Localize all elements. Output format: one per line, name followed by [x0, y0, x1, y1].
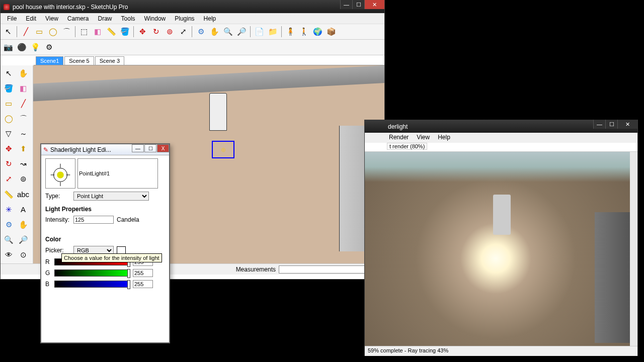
g-label: G	[45, 269, 51, 277]
zoom2-icon[interactable]: 🔍	[2, 233, 16, 247]
eraser-icon[interactable]: ◧	[91, 25, 104, 38]
render-window: derlight — ☐ ✕ Render View Help t render…	[364, 120, 638, 356]
render-minimize[interactable]: —	[593, 120, 605, 129]
push-icon[interactable]: ⬆	[16, 142, 30, 156]
axes-icon[interactable]: ✳	[2, 203, 16, 217]
tape-icon[interactable]: 📏	[105, 25, 118, 38]
menu-tools[interactable]: Tools	[117, 14, 140, 23]
follow-icon[interactable]: ↝	[16, 157, 30, 171]
tab-scene3[interactable]: Scene 3	[95, 56, 124, 65]
render-viewport[interactable]	[365, 152, 637, 346]
sphere-icon[interactable]: ⚫	[15, 41, 28, 54]
dialog-title: Shaderlight Light Edi...	[50, 146, 111, 153]
menu-file[interactable]: File	[3, 14, 21, 23]
pencil-icon: ✎	[43, 146, 48, 153]
orbit2-icon[interactable]: ⚙	[2, 218, 16, 232]
face-icon[interactable]: 👁	[2, 248, 16, 262]
select-icon[interactable]: ↖	[2, 25, 15, 38]
walk-icon[interactable]: 🚶	[297, 25, 310, 38]
rect2-icon[interactable]: ▭	[2, 97, 16, 111]
arc-icon[interactable]: ⌒	[60, 25, 73, 38]
tab-scene5[interactable]: Scene 5	[64, 56, 94, 65]
menu-camera[interactable]: Camera	[63, 14, 94, 23]
dialog-close[interactable]: X	[157, 144, 169, 152]
menu-edit[interactable]: Edit	[21, 14, 41, 23]
free-icon[interactable]: ～	[16, 127, 30, 141]
pointer-icon[interactable]: ↖	[2, 66, 16, 80]
light-name-input[interactable]	[77, 158, 158, 189]
menu-window[interactable]: Window	[140, 14, 171, 23]
render-maximize[interactable]: ☐	[605, 120, 617, 129]
orbit-icon[interactable]: ⚙	[194, 25, 207, 38]
rotate2-icon[interactable]: ↻	[2, 157, 16, 171]
minimize-button[interactable]: —	[340, 0, 352, 9]
circle2-icon[interactable]: ◯	[2, 112, 16, 126]
zoomwin-icon[interactable]: 🔎	[16, 233, 30, 247]
pan-icon[interactable]: ✋	[208, 25, 221, 38]
pan2-icon[interactable]: ✋	[16, 218, 30, 232]
text-icon[interactable]: abc	[16, 188, 30, 202]
zoomext-icon[interactable]: 🔎	[235, 25, 248, 38]
g-input[interactable]	[133, 269, 153, 277]
type-select[interactable]: Point Light	[73, 192, 149, 201]
menu-view[interactable]: View	[41, 14, 63, 23]
move2-icon[interactable]: ✥	[2, 142, 16, 156]
color-heading: Color	[45, 236, 165, 243]
maximize-button[interactable]: ☐	[352, 0, 364, 9]
light-props-heading: Light Properties	[45, 206, 165, 213]
scale-icon[interactable]: ⤢	[177, 25, 190, 38]
globe-icon[interactable]: 🌍	[311, 25, 324, 38]
tab-scene1[interactable]: Scene1	[36, 56, 63, 65]
intensity-input[interactable]	[73, 216, 114, 224]
dim-icon[interactable]: A	[16, 203, 30, 217]
intensity-unit: Candela	[117, 216, 139, 223]
hand-icon[interactable]: ✋	[16, 66, 30, 80]
menu-plugins[interactable]: Plugins	[170, 14, 199, 23]
rotate-icon[interactable]: ↻	[149, 25, 163, 38]
bulb-icon[interactable]: 💡	[29, 41, 42, 54]
poly-icon[interactable]: ▽	[2, 127, 16, 141]
render-tab-fragment[interactable]: t render (80%)	[387, 143, 427, 150]
bucket2-icon[interactable]: 🪣	[2, 81, 16, 96]
circle-icon[interactable]: ◯	[46, 25, 59, 38]
green-slider[interactable]	[54, 269, 130, 277]
render-close[interactable]: ✕	[617, 120, 637, 129]
camera-icon[interactable]: 📷	[2, 41, 15, 54]
picker-label: Picker:	[45, 247, 70, 254]
render-menu-view[interactable]: View	[413, 133, 434, 143]
menu-draw[interactable]: Draw	[94, 14, 117, 23]
move-icon[interactable]: ✥	[136, 25, 149, 38]
b-input[interactable]	[133, 280, 153, 288]
dialog-titlebar: ✎ Shaderlight Light Edi... — ☐ X	[41, 144, 169, 155]
eraser2-icon[interactable]: ◧	[16, 81, 30, 96]
gear-icon[interactable]: ⚙	[42, 41, 55, 54]
rectangle-icon[interactable]: ▭	[33, 25, 46, 38]
paint-icon[interactable]: 🪣	[118, 25, 131, 38]
dialog-minimize[interactable]: —	[132, 144, 144, 152]
render-menu-help[interactable]: Help	[434, 133, 454, 143]
box-icon[interactable]: 📦	[325, 25, 338, 38]
eye-icon[interactable]: ⊙	[16, 248, 30, 262]
zoom-icon[interactable]: 🔍	[221, 25, 234, 38]
pushpull-icon[interactable]: ⬚	[77, 25, 91, 38]
blue-slider[interactable]	[54, 281, 130, 288]
menu-help[interactable]: Help	[199, 14, 221, 23]
render-titlebar: derlight — ☐ ✕	[365, 120, 637, 133]
offset-icon[interactable]: ⊚	[163, 25, 176, 38]
render-menu-render[interactable]: Render	[385, 133, 413, 143]
app-icon	[4, 4, 10, 10]
dialog-maximize[interactable]: ☐	[144, 144, 156, 152]
tape2-icon[interactable]: 📏	[2, 188, 16, 202]
line2-icon[interactable]: ╱	[16, 97, 30, 111]
close-button[interactable]: ✕	[364, 0, 384, 9]
offset2-icon[interactable]: ⊚	[16, 172, 30, 186]
scale2-icon[interactable]: ⤢	[2, 172, 16, 186]
people-icon[interactable]: 🧍	[284, 25, 297, 38]
r-label: R	[45, 258, 51, 265]
line-icon[interactable]: ╱	[19, 25, 32, 38]
vertical-scrollbar[interactable]	[630, 152, 637, 346]
new-icon[interactable]: 📄	[253, 25, 266, 38]
main-toolbar: ↖ ╱ ▭ ◯ ⌒ ⬚ ◧ 📏 🪣 ✥ ↻ ⊚ ⤢ ⚙ ✋ 🔍 🔎 📄 📁 🧍 …	[1, 24, 384, 40]
arc2-icon[interactable]: ⌒	[16, 112, 30, 126]
open-icon[interactable]: 📁	[266, 25, 279, 38]
